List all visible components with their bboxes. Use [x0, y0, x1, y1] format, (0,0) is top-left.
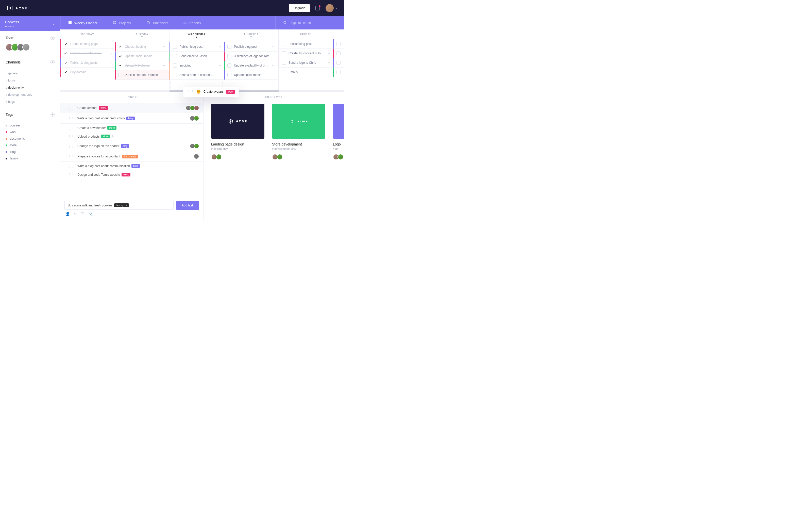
add-tag-button[interactable] [51, 112, 55, 116]
planner-task[interactable]: Create 1st concept of logo⋯ [279, 49, 333, 58]
tag-item[interactable]: store [0, 142, 60, 149]
recurring-icon[interactable]: ↻ [74, 212, 77, 216]
channel-item[interactable]: # development-only [0, 91, 60, 98]
task-more-icon[interactable]: ⋯ [108, 42, 112, 46]
task-more-icon[interactable]: ⋯ [327, 61, 330, 65]
task-checkbox[interactable] [173, 54, 177, 58]
task-more-icon[interactable]: ⋯ [218, 73, 221, 77]
task-checkbox[interactable] [227, 63, 231, 68]
project-card[interactable]: ACMELanding page design# design-only [211, 104, 264, 160]
tag-item[interactable]: family [0, 155, 60, 162]
task-more-icon[interactable]: ⋯ [327, 51, 330, 55]
planner-task[interactable]: Soc [333, 58, 344, 68]
planner-task[interactable]: Crea [333, 49, 344, 58]
task-more-icon[interactable]: ⋯ [327, 42, 330, 46]
tag-item[interactable]: blog [0, 149, 60, 155]
drag-grip-icon[interactable]: ⋮⋮⋮ [64, 116, 74, 120]
add-task-button[interactable]: Add task [176, 201, 199, 210]
logo[interactable]: ACME [7, 6, 28, 11]
planner-task[interactable]: Publish blog post⋯ [169, 42, 224, 52]
task-checkbox[interactable] [118, 73, 122, 77]
nav-tab-timesheet[interactable]: Timesheet [139, 16, 175, 29]
planner-task[interactable]: Publish blog post⋯ [224, 42, 278, 52]
task-checkbox[interactable] [173, 73, 177, 77]
planner-task[interactable]: Choose hosting⋯ [115, 42, 169, 52]
task-more-icon[interactable]: ⋯ [272, 73, 276, 77]
add-channel-button[interactable] [51, 60, 55, 64]
project-card[interactable]: Logo# de [333, 104, 344, 160]
tag-item[interactable]: work [0, 129, 60, 135]
channel-item[interactable]: # design-only [0, 84, 60, 91]
project-card[interactable]: acmeStore development# development-only [272, 104, 325, 160]
task-more-icon[interactable]: ⋯ [327, 70, 330, 74]
planner-task[interactable]: Buy domain⋯ [60, 68, 115, 77]
team-avatars[interactable] [6, 44, 55, 51]
tag-item[interactable]: courses [0, 122, 60, 129]
task-checkbox[interactable] [336, 61, 340, 65]
planner-task[interactable]: Publish shot on Dribbble⋯ [115, 70, 169, 80]
task-more-icon[interactable]: ⋯ [272, 45, 276, 49]
task-checkbox[interactable] [227, 73, 231, 77]
task-checkbox[interactable] [118, 63, 122, 68]
task-checkbox[interactable] [282, 42, 286, 46]
task-more-icon[interactable]: ⋯ [108, 70, 112, 74]
task-checkbox[interactable] [64, 51, 68, 55]
list-icon[interactable]: ☰ [81, 212, 84, 216]
inbox-task-row[interactable]: ⋮⋮⋮Prepare invoices for accountantdocume… [60, 151, 203, 162]
task-dropzone[interactable]: ⋮⋮✊Create avatarswork [170, 81, 223, 89]
task-checkbox[interactable] [64, 70, 68, 74]
planner-task[interactable]: Publish 2 blog posts⋯ [60, 58, 115, 68]
nav-tab-projects[interactable]: Projects [105, 16, 139, 29]
drag-grip-icon[interactable]: ⋮⋮⋮ [64, 164, 74, 168]
drag-grip-icon[interactable]: ⋮⋮⋮ [64, 155, 74, 158]
task-checkbox[interactable] [227, 45, 231, 49]
task-more-icon[interactable]: ⋯ [163, 54, 167, 58]
drag-grip-icon[interactable]: ⋮⋮⋮ [64, 126, 74, 130]
planner-task[interactable]: 3 sketches of logo for Tom⋯ [224, 52, 278, 61]
nav-tab-weekly-planner[interactable]: Weekly Planner [60, 16, 105, 29]
task-checkbox[interactable] [173, 63, 177, 68]
planner-task[interactable]: Invoicing⋯ [169, 61, 224, 70]
planner-task[interactable]: Emails⋯ [279, 68, 333, 77]
task-more-icon[interactable]: ⋯ [272, 54, 276, 58]
task-checkbox[interactable] [64, 42, 68, 46]
planner-task[interactable]: Publish blog post⋯ [279, 40, 333, 49]
attachment-icon[interactable]: 📎 [88, 212, 93, 216]
inbox-task-row[interactable]: ⋮⋮⋮Create avatarswork [60, 103, 203, 113]
task-checkbox[interactable] [336, 51, 340, 55]
planner-task[interactable]: Update social media⋯ [224, 70, 278, 80]
task-checkbox[interactable] [227, 54, 231, 58]
task-checkbox[interactable] [282, 51, 286, 55]
tag-item[interactable]: documents [0, 135, 60, 142]
planner-task[interactable]: Create landing page⋯ [60, 40, 115, 49]
drag-grip-icon[interactable]: ⋮⋮⋮ [64, 173, 74, 177]
task-more-icon[interactable]: ⋯ [163, 73, 167, 77]
drag-grip-icon[interactable]: ⋮⋮⋮ [64, 144, 74, 148]
task-more-icon[interactable]: ⋯ [218, 45, 221, 49]
task-more-icon[interactable]: ⋯ [163, 45, 167, 49]
task-checkbox[interactable] [118, 45, 122, 49]
planner-task[interactable]: Upload HD photos⋯ [115, 61, 169, 70]
drag-grip-icon[interactable]: ⋮⋮⋮ [64, 135, 74, 138]
task-more-icon[interactable]: ⋯ [163, 63, 167, 68]
dragging-task-card[interactable]: ⋮⋮✊Create avatarswork [183, 86, 239, 97]
tag-autocomplete[interactable]: family✕ [114, 203, 129, 207]
task-more-icon[interactable]: ⋯ [218, 63, 221, 68]
planner-task[interactable]: Send email to Jason⋯ [169, 52, 224, 61]
user-menu[interactable]: ▾ [326, 4, 337, 12]
nav-tab-reports[interactable]: Reports [175, 16, 208, 29]
inbox-task-row[interactable]: ⋮⋮⋮Design and code Tom's websitework [60, 171, 203, 179]
inbox-task-row[interactable]: ⋮⋮⋮Write a blog post about productivityb… [60, 113, 203, 124]
inbox-task-row[interactable]: ⋮⋮⋮Write a blog post about communication… [60, 162, 203, 171]
planner-task[interactable]: Update availability of products⋯ [224, 61, 278, 70]
task-checkbox[interactable] [173, 45, 177, 49]
planner-task[interactable]: Buy [333, 68, 344, 77]
task-more-icon[interactable]: ⋯ [218, 54, 221, 58]
task-checkbox[interactable] [64, 61, 68, 65]
task-more-icon[interactable]: ⋯ [108, 51, 112, 55]
planner-task[interactable]: Update social media⋯ [115, 52, 169, 61]
channel-item[interactable]: # funny [0, 77, 60, 84]
task-checkbox[interactable] [282, 61, 286, 65]
search-input[interactable] [291, 21, 336, 25]
notification-icon[interactable] [315, 6, 320, 10]
